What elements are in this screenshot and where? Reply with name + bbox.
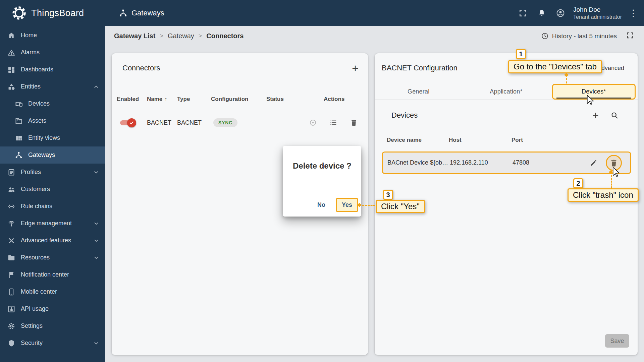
chevron-down-icon	[93, 169, 100, 176]
user-avatar[interactable]	[552, 5, 569, 21]
dialog-yes-button[interactable]: Yes	[336, 198, 358, 212]
column-actions: Actions	[324, 96, 358, 103]
device-port: 47808	[513, 159, 529, 166]
tab-application[interactable]: Application*	[462, 84, 550, 100]
rpc-icon[interactable]	[309, 119, 317, 127]
sidebar-item-edge-management[interactable]: Edge management	[0, 215, 105, 232]
annotation-connector-line	[611, 172, 612, 188]
edge-management-icon	[7, 220, 15, 228]
sidebar-item-security[interactable]: Security	[0, 335, 105, 352]
chevron-down-icon	[93, 237, 100, 244]
history-range-button[interactable]: History - last 5 minutes	[541, 32, 617, 40]
sidebar-item-rule-chains[interactable]: Rule chains	[0, 198, 105, 215]
sidebar-item-mobile-center[interactable]: Mobile center	[0, 283, 105, 300]
dialog-title: Delete device ?	[283, 146, 361, 171]
breadcrumb: Gateway List > Gateway > Connectors	[114, 32, 244, 40]
device-actions	[589, 159, 618, 167]
breadcrumb-separator: >	[160, 33, 163, 40]
gear-icon	[7, 322, 15, 330]
sidebar-item-resources[interactable]: Resources	[0, 249, 105, 266]
sidebar-item-customers[interactable]: Customers	[0, 181, 105, 198]
alarm-warning-icon	[7, 49, 15, 57]
check-icon	[129, 120, 134, 125]
delete-connector-trash-icon[interactable]	[350, 119, 358, 127]
page-title: Gateways	[119, 9, 164, 17]
connector-name: BACNET	[147, 119, 177, 126]
connector-actions	[308, 119, 358, 127]
breadcrumb-connectors: Connectors	[206, 32, 244, 40]
brand-name: ThingsBoard	[31, 8, 84, 18]
column-configuration: Configuration	[211, 96, 266, 103]
column-type: Type	[177, 96, 211, 103]
sidebar-item-devices[interactable]: Devices	[0, 95, 105, 112]
sidebar-item-api-usage[interactable]: API usage	[0, 300, 105, 317]
app-window: ThingsBoard Gateways John Doe Tenant adm…	[0, 0, 644, 362]
device-row-bacnet[interactable]: BACnet Device ${ob… 192.168.2.110 47808	[382, 152, 631, 174]
sidebar-item-assets[interactable]: Assets	[0, 112, 105, 129]
config-tabs: General Application* Devices*	[375, 84, 638, 100]
fullscreen-icon[interactable]	[515, 5, 531, 21]
add-connector-button[interactable]: +	[352, 62, 359, 74]
kebab-menu-icon[interactable]: ⋮	[627, 8, 639, 18]
dashboards-icon	[7, 66, 15, 74]
user-info: John Doe Tenant administrator	[573, 6, 622, 20]
tab-general[interactable]: General	[375, 84, 462, 100]
column-device-name: Device name	[387, 137, 449, 143]
connectors-title: Connectors	[122, 62, 160, 74]
brand[interactable]: ThingsBoard	[0, 5, 105, 21]
top-header: ThingsBoard Gateways John Doe Tenant adm…	[0, 0, 644, 26]
sidebar-item-dashboards[interactable]: Dashboards	[0, 61, 105, 78]
connector-type: BACNET	[177, 119, 211, 126]
breadcrumb-bar: Gateway List > Gateway > Connectors Hist…	[105, 26, 644, 46]
header-actions: John Doe Tenant administrator ⋮	[515, 5, 644, 21]
profiles-icon	[7, 168, 15, 176]
search-icon[interactable]	[610, 111, 619, 120]
dialog-no-button[interactable]: No	[312, 198, 330, 212]
annotation-step3-box: Click "Yes"	[376, 200, 425, 213]
annotation-step2-badge: 2	[573, 178, 583, 188]
home-icon	[7, 32, 15, 40]
sidebar-item-alarms[interactable]: Alarms	[0, 44, 105, 61]
thingsboard-logo-icon	[11, 5, 27, 21]
user-name: John Doe	[573, 6, 622, 14]
device-name: BACnet Device ${ob…	[387, 159, 450, 166]
connector-row-bacnet[interactable]: BACNET BACNET SYNC	[112, 112, 368, 134]
breadcrumb-gateway[interactable]: Gateway	[168, 32, 194, 40]
sidebar-item-entity-views[interactable]: Entity views	[0, 129, 105, 146]
user-role: Tenant administrator	[573, 14, 622, 20]
chevron-down-icon	[93, 340, 100, 347]
sidebar-item-profiles[interactable]: Profiles	[0, 164, 105, 181]
notifications-bell-icon[interactable]	[534, 5, 550, 21]
column-name[interactable]: Name↑	[147, 96, 177, 103]
sidebar-item-advanced-features[interactable]: Advanced features	[0, 232, 105, 249]
advanced-features-tools-icon	[7, 237, 15, 245]
devices-table-header: Device name Host Port	[375, 133, 638, 147]
assets-icon	[15, 117, 23, 125]
gateways-hub-icon	[119, 9, 127, 17]
add-device-button[interactable]: +	[592, 110, 599, 120]
connector-enabled-toggle[interactable]	[120, 120, 136, 126]
cursor-pointer-icon	[612, 167, 620, 177]
sidebar-item-gateways[interactable]: Gateways	[0, 146, 105, 164]
sidebar-item-notification-center[interactable]: Notification center	[0, 266, 105, 283]
smartphone-icon	[7, 288, 15, 296]
breadcrumb-gateway-list[interactable]: Gateway List	[114, 32, 155, 40]
sidebar-item-settings[interactable]: Settings	[0, 317, 105, 335]
expand-fullscreen-icon[interactable]	[626, 32, 634, 41]
devices-icon	[15, 100, 23, 108]
save-button[interactable]: Save	[605, 334, 629, 348]
history-range-label: History - last 5 minutes	[552, 33, 617, 40]
annotation-connector-line	[566, 74, 567, 83]
content: Connectors + Enabled Name↑ Type Configur…	[105, 53, 644, 355]
customers-icon	[7, 185, 15, 193]
sidebar-item-home[interactable]: Home	[0, 27, 105, 44]
edit-pencil-icon[interactable]	[589, 159, 598, 167]
entity-views-icon	[15, 134, 23, 142]
annotation-step2-box: Click "trash" icon	[568, 188, 639, 202]
shield-icon	[7, 339, 15, 347]
folder-icon	[7, 254, 15, 262]
logs-list-icon[interactable]	[329, 119, 337, 127]
delete-device-trash-icon[interactable]	[609, 159, 618, 167]
sidebar-item-entities[interactable]: Entities	[0, 78, 105, 95]
devices-section-title: Devices	[391, 110, 592, 120]
